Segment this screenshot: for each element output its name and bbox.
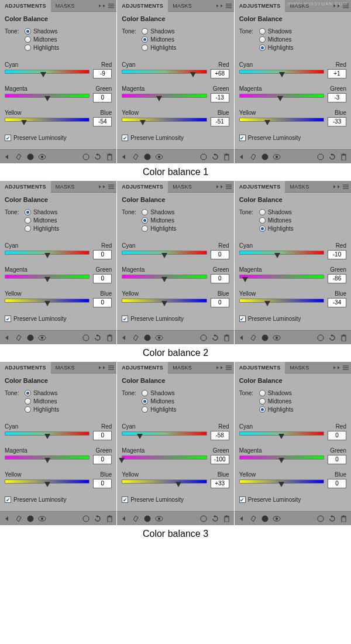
visibility-icon[interactable] (37, 152, 47, 162)
expand-icon[interactable] (14, 514, 23, 523)
new-adjustment-icon[interactable] (26, 152, 35, 162)
slider-thumb[interactable] (44, 482, 50, 487)
collapse-icon[interactable] (215, 183, 223, 191)
slider-track-yb[interactable] (122, 479, 207, 488)
slider-thumb[interactable] (279, 72, 285, 77)
collapse-icon[interactable] (215, 2, 223, 10)
tone-radio-midtones[interactable]: Midtones (142, 217, 176, 224)
new-adjustment-icon[interactable] (143, 333, 152, 342)
slider-thumb[interactable] (156, 96, 162, 101)
tab-masks[interactable]: MASKS (285, 362, 314, 374)
reset-icon[interactable] (211, 333, 220, 342)
slider-thumb[interactable] (278, 482, 284, 487)
expand-icon[interactable] (14, 152, 23, 162)
panel-menu-icon[interactable] (225, 364, 233, 372)
previous-state-icon[interactable] (316, 333, 325, 342)
slider-track-cr[interactable] (5, 251, 90, 259)
preserve-luminosity-checkbox[interactable]: ✔ Preserve Luminosity (5, 135, 112, 141)
back-icon[interactable] (237, 514, 246, 523)
slider-thumb[interactable] (21, 120, 27, 125)
previous-state-icon[interactable] (199, 514, 208, 523)
preserve-luminosity-checkbox[interactable]: ✔ Preserve Luminosity (122, 496, 229, 503)
slider-thumb[interactable] (119, 458, 125, 463)
value-input-cr[interactable]: -9 (93, 69, 112, 78)
delete-icon[interactable] (339, 333, 349, 342)
tone-radio-shadows[interactable]: Shadows (259, 390, 294, 396)
new-adjustment-icon[interactable] (26, 333, 35, 342)
value-input-cr[interactable]: 0 (328, 431, 346, 440)
preserve-luminosity-checkbox[interactable]: ✔ Preserve Luminosity (239, 496, 346, 503)
value-input-yb[interactable]: 0 (211, 298, 229, 307)
visibility-icon[interactable] (272, 514, 281, 523)
back-icon[interactable] (2, 152, 12, 162)
new-adjustment-icon[interactable] (143, 514, 152, 523)
slider-track-mg[interactable] (5, 94, 90, 102)
preserve-luminosity-checkbox[interactable]: ✔ Preserve Luminosity (5, 316, 112, 322)
slider-thumb[interactable] (242, 277, 248, 282)
visibility-icon[interactable] (37, 333, 47, 342)
tab-adjustments[interactable]: ADJUSTMENTS (235, 0, 285, 12)
tone-radio-midtones[interactable]: Midtones (259, 217, 294, 224)
reset-icon[interactable] (211, 514, 220, 523)
reset-icon[interactable] (93, 152, 102, 162)
tone-radio-highlights[interactable]: Highlights (25, 44, 59, 51)
tone-radio-shadows[interactable]: Shadows (25, 28, 59, 35)
collapse-icon[interactable] (98, 2, 106, 10)
tab-masks[interactable]: MASKS (168, 181, 197, 193)
back-icon[interactable] (119, 514, 129, 523)
slider-thumb[interactable] (190, 72, 196, 77)
reset-icon[interactable] (93, 333, 102, 342)
back-icon[interactable] (237, 152, 246, 162)
slider-track-yb[interactable] (5, 299, 90, 307)
value-input-yb[interactable]: 0 (328, 479, 346, 488)
expand-icon[interactable] (14, 333, 23, 342)
back-icon[interactable] (2, 333, 12, 342)
new-adjustment-icon[interactable] (260, 514, 270, 523)
reset-icon[interactable] (93, 514, 102, 523)
delete-icon[interactable] (105, 333, 114, 342)
panel-menu-icon[interactable] (107, 2, 115, 10)
delete-icon[interactable] (105, 152, 114, 162)
value-input-yb[interactable]: -54 (93, 117, 112, 126)
value-input-yb[interactable]: -34 (328, 298, 346, 307)
expand-icon[interactable] (249, 152, 258, 162)
back-icon[interactable] (119, 333, 129, 342)
tone-radio-highlights[interactable]: Highlights (142, 225, 176, 232)
tone-radio-midtones[interactable]: Midtones (25, 398, 59, 405)
slider-track-mg[interactable] (239, 94, 324, 102)
tab-masks[interactable]: MASKS (51, 362, 80, 374)
panel-menu-icon[interactable] (107, 364, 115, 372)
value-input-mg[interactable]: -86 (328, 274, 346, 283)
slider-thumb[interactable] (277, 96, 283, 101)
tab-adjustments[interactable]: ADJUSTMENTS (0, 181, 51, 193)
expand-icon[interactable] (131, 514, 140, 523)
slider-thumb[interactable] (40, 72, 46, 77)
slider-track-cr[interactable] (122, 431, 207, 440)
tone-radio-shadows[interactable]: Shadows (142, 390, 176, 396)
slider-thumb[interactable] (264, 301, 270, 306)
value-input-cr[interactable]: 0 (211, 250, 229, 259)
value-input-cr[interactable]: 0 (93, 431, 112, 440)
tone-radio-midtones[interactable]: Midtones (259, 36, 294, 43)
new-adjustment-icon[interactable] (26, 514, 35, 523)
slider-track-cr[interactable] (122, 70, 207, 78)
slider-track-cr[interactable] (239, 70, 324, 78)
panel-menu-icon[interactable] (225, 2, 233, 10)
tab-adjustments[interactable]: ADJUSTMENTS (117, 181, 168, 193)
expand-icon[interactable] (131, 152, 140, 162)
delete-icon[interactable] (222, 152, 232, 162)
tab-masks[interactable]: MASKS (168, 362, 197, 374)
tab-adjustments[interactable]: ADJUSTMENTS (235, 181, 285, 193)
slider-thumb[interactable] (44, 277, 50, 282)
reset-icon[interactable] (211, 152, 220, 162)
slider-track-yb[interactable] (5, 118, 90, 126)
value-input-cr[interactable]: 0 (93, 250, 112, 259)
delete-icon[interactable] (222, 514, 232, 523)
collapse-icon[interactable] (98, 364, 106, 372)
slider-thumb[interactable] (44, 253, 50, 258)
panel-menu-icon[interactable] (225, 183, 233, 191)
slider-thumb[interactable] (161, 253, 167, 258)
tone-radio-shadows[interactable]: Shadows (259, 28, 294, 35)
slider-track-yb[interactable] (239, 299, 324, 307)
previous-state-icon[interactable] (199, 333, 208, 342)
